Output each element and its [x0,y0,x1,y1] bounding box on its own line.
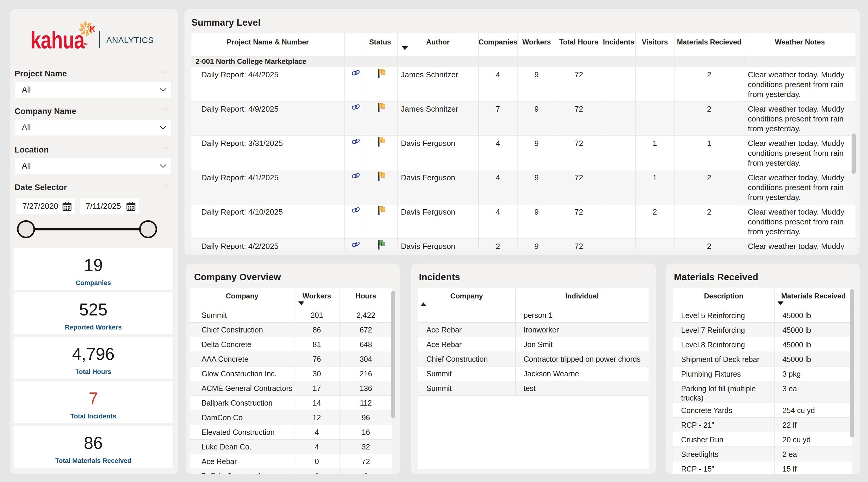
column-header-companies[interactable]: Companies [478,33,518,56]
company-row[interactable]: Buffalo Construction 0 0 [190,469,392,474]
company-row[interactable]: Delta Concrete 81 648 [190,337,392,352]
column-header-individual[interactable]: Individual [515,288,649,308]
company-overview-scrollbar[interactable] [391,291,395,418]
company-row[interactable]: AAA Concrete 76 304 [190,352,392,366]
slider-handle-start[interactable] [17,220,35,238]
incident-row[interactable]: person 1 [418,308,649,322]
material-row[interactable]: Parking lot fill (multiple trucks) 3 ea [673,381,852,403]
chevron-down-icon [159,164,167,168]
material-row[interactable]: Level 8 Reinforcing 45000 lb [673,337,852,352]
column-header-total-hours[interactable]: Total Hours [556,33,602,56]
company-row[interactable]: ACME General Contractors 17 136 [190,381,392,395]
daily-report-row[interactable]: Daily Report: 4/4/2025 James Schnitzer 4… [191,67,856,101]
column-header-incidents[interactable]: Incidents [602,33,636,56]
calendar-icon[interactable] [126,202,135,211]
chevron-down-icon[interactable] [162,184,168,187]
report-name-cell[interactable]: Daily Report: 4/9/2025 [191,101,344,135]
chevron-down-icon[interactable] [162,70,168,73]
column-header-weather-notes[interactable]: Weather Notes [744,33,856,56]
incident-row[interactable]: Ace Rebar Ironworker [418,322,649,337]
material-description-cell: Parking lot fill (multiple trucks) [673,381,774,403]
report-name-cell[interactable]: Daily Report: 4/1/2025 [191,170,344,204]
column-header-author[interactable]: Author [397,33,478,56]
column-header-materials-recieved[interactable]: Materials Recieved [674,33,744,56]
incident-row[interactable]: Ace Rebar Jon Smit [418,337,649,352]
daily-report-row[interactable]: Daily Report: 4/1/2025 Davis Ferguson 4 … [191,170,856,204]
company-row[interactable]: Glow Construction Inc. 30 216 [190,366,392,381]
column-header-company[interactable]: Company [418,288,515,308]
column-header-hours[interactable]: Hours [340,288,392,308]
company-row[interactable]: Chief Construction 86 672 [190,322,392,337]
company-row[interactable]: Ballpark Construction 14 112 [190,395,392,410]
chevron-down-icon[interactable] [162,108,168,111]
material-row[interactable]: Level 5 Reinforcing 45000 lb [673,308,852,322]
report-name-cell[interactable]: Daily Report: 3/31/2025 [191,135,344,170]
sort-descending-icon [298,301,304,305]
kpi-value: 19 [14,255,173,275]
column-header-status[interactable]: Status [363,33,397,56]
incident-row[interactable]: Chief Construction Contractor tripped on… [418,352,649,366]
link-icon[interactable] [352,173,360,179]
daily-report-row[interactable]: Daily Report: 4/10/2025 Davis Ferguson 4… [191,204,856,238]
link-icon[interactable] [352,139,360,144]
column-header-link[interactable] [344,33,363,56]
report-materials-cell: 2 [674,204,744,238]
report-incidents-cell [602,135,636,170]
column-header-workers[interactable]: Workers [518,33,556,56]
column-header-company[interactable]: Company [190,288,294,308]
column-header-visitors[interactable]: Visitors [636,33,674,56]
incident-individual-cell: person 1 [515,308,649,322]
material-row[interactable]: Concrete Yards 254 cu yd [673,403,852,417]
company-name-dropdown[interactable]: All [14,120,171,135]
company-row[interactable]: Luke Dean Co. 4 32 [190,439,392,454]
project-name-dropdown[interactable]: All [14,82,171,98]
sidebar-panel: K kahua TM ANALYTICS Project Name All Co… [10,9,178,474]
slider-handle-end[interactable] [139,220,157,238]
link-icon[interactable] [352,104,360,110]
location-dropdown[interactable]: All [14,158,171,174]
report-status-cell [363,101,397,135]
material-row[interactable]: Plumbing Fixtures 3 pkg [673,366,852,381]
daily-report-row[interactable]: Daily Report: 4/2/2025 Davis Ferguson 2 … [191,238,856,250]
project-group-label[interactable]: 2-001 North College Marketplace [191,56,344,67]
column-header-project[interactable]: Project Name & Number [191,33,344,56]
material-row[interactable]: Streetlights 2 ea [673,447,852,461]
slider-track[interactable] [26,228,148,230]
column-header-materials-received[interactable]: Materials Received [774,288,852,308]
incident-row[interactable]: Summit test [418,381,649,395]
column-header-description[interactable]: Description [673,288,774,308]
report-link-cell [344,170,363,204]
summary-scrollbar[interactable] [851,133,856,174]
link-icon[interactable] [352,70,360,76]
chevron-down-icon[interactable] [162,147,168,150]
materials-received-scrollbar[interactable] [850,289,854,438]
report-name-cell[interactable]: Daily Report: 4/4/2025 [191,67,344,101]
report-incidents-cell [602,170,636,204]
material-row[interactable]: RCP - 21" 22 lf [673,417,852,432]
company-workers-cell: 4 [294,439,340,454]
daily-report-row[interactable]: Daily Report: 3/31/2025 Davis Ferguson 4… [191,135,856,170]
report-name-cell[interactable]: Daily Report: 4/2/2025 [191,238,344,250]
report-name-cell[interactable]: Daily Report: 4/10/2025 [191,204,344,238]
company-row[interactable]: DamCon Co 12 96 [190,410,392,425]
material-row[interactable]: Level 7 Reinforcing 45000 lb [673,322,852,337]
project-group-row[interactable]: 2-001 North College Marketplace [191,56,856,67]
material-row[interactable]: Shipment of Deck rebar 45000 lb [673,352,852,366]
report-companies-cell: 2 [478,238,518,250]
company-row[interactable]: Summit 201 2,422 [190,308,392,322]
report-link-cell [344,238,363,250]
column-header-workers[interactable]: Workers [294,288,340,308]
materials-received-visual: Materials Received Description Materials… [666,263,860,474]
material-row[interactable]: Crusher Run 20 cu yd [673,432,852,447]
company-row[interactable]: Elevated Construction 4 16 [190,425,392,439]
incident-row[interactable]: Summit Jackson Wearne [418,366,649,381]
material-row[interactable]: RCP - 15" 15 lf [673,461,852,474]
company-row[interactable]: Ace Rebar 0 72 [190,454,392,469]
link-icon[interactable] [352,207,360,213]
link-icon[interactable] [352,242,360,248]
calendar-icon[interactable] [62,202,72,211]
daily-report-row[interactable]: Daily Report: 4/9/2025 James Schnitzer 7… [191,101,856,135]
status-flag-icon [378,240,385,250]
report-materials-cell: 1 [674,135,744,170]
company-hours-cell: 672 [340,322,392,337]
